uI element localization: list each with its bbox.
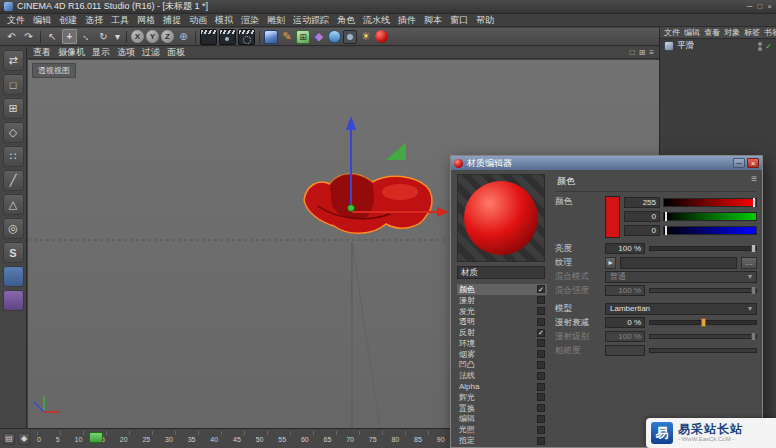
- live-selection-icon[interactable]: ↖: [45, 29, 60, 44]
- red-slider-handle[interactable]: [753, 198, 755, 207]
- om-menu-tags[interactable]: 标签: [743, 27, 761, 38]
- add-generator-button[interactable]: ⊞: [296, 30, 310, 44]
- channel-checkbox[interactable]: [537, 383, 545, 391]
- x-axis-lock-button[interactable]: X: [131, 30, 144, 43]
- points-mode-icon[interactable]: ∷: [3, 146, 24, 167]
- menu-item[interactable]: 窗口: [446, 13, 472, 28]
- menu-item[interactable]: 渲染: [237, 13, 263, 28]
- green-slider-handle[interactable]: [665, 212, 667, 221]
- menu-item[interactable]: 网格: [133, 13, 159, 28]
- channel-row[interactable]: 发光: [457, 306, 547, 317]
- menu-item[interactable]: 流水线: [359, 13, 394, 28]
- enable-snap-icon[interactable]: S: [3, 242, 24, 263]
- material-name-input[interactable]: 材质: [457, 266, 545, 279]
- texture-triangle-button[interactable]: ▸: [605, 257, 616, 269]
- viewport-menu-options[interactable]: 选项: [117, 46, 135, 59]
- menu-item[interactable]: 模拟: [211, 13, 237, 28]
- menu-item[interactable]: 角色: [333, 13, 359, 28]
- material-preview[interactable]: [457, 174, 545, 262]
- model-dropdown[interactable]: Lambertian ▾: [605, 303, 757, 315]
- channel-row[interactable]: 编辑: [457, 414, 547, 425]
- channel-checkbox[interactable]: [537, 404, 545, 412]
- viewport-options-icon[interactable]: ≡: [649, 48, 654, 57]
- channel-checkbox[interactable]: [537, 350, 545, 358]
- channel-row[interactable]: 指定: [457, 435, 547, 446]
- make-editable-icon[interactable]: ⇄: [3, 50, 24, 71]
- channel-checkbox[interactable]: [537, 339, 545, 347]
- channel-row[interactable]: 凹凸: [457, 360, 547, 371]
- object-origin-handle[interactable]: [348, 205, 355, 212]
- add-camera-button[interactable]: [343, 30, 357, 44]
- scale-tool-icon[interactable]: ↔: [79, 29, 94, 44]
- channel-checkbox[interactable]: ✓: [537, 329, 545, 337]
- blue-gradient-slider[interactable]: [663, 226, 757, 235]
- render-settings-button[interactable]: [238, 29, 255, 45]
- om-menu-file[interactable]: 文件: [663, 27, 681, 38]
- channel-checkbox[interactable]: [537, 296, 545, 304]
- green-gradient-slider[interactable]: [663, 212, 757, 221]
- viewport-menu-view[interactable]: 查看: [33, 46, 51, 59]
- channel-row[interactable]: 反射 ✓: [457, 327, 547, 338]
- last-tool-dropdown-icon[interactable]: ▾: [113, 29, 122, 44]
- blue-slider-handle[interactable]: [665, 226, 667, 235]
- viewport-solo-icon[interactable]: ◎: [3, 218, 24, 239]
- channel-checkbox[interactable]: [537, 372, 545, 380]
- menu-item[interactable]: 捕捉: [159, 13, 185, 28]
- timeline-film-icon[interactable]: ▤: [3, 433, 15, 445]
- viewport-menu-filter[interactable]: 过滤: [142, 46, 160, 59]
- menu-item[interactable]: 运动跟踪: [289, 13, 333, 28]
- channel-checkbox[interactable]: [537, 415, 545, 423]
- channel-checkbox[interactable]: [537, 393, 545, 401]
- timeline-key-icon[interactable]: ◆: [18, 433, 30, 445]
- viewport-grid-icon[interactable]: ⊞: [639, 48, 646, 57]
- menu-item[interactable]: 工具: [107, 13, 133, 28]
- viewport-menu-display[interactable]: 显示: [92, 46, 110, 59]
- channel-row[interactable]: 颜色 ✓: [457, 284, 547, 295]
- diffuse-falloff-knob[interactable]: [701, 318, 706, 327]
- channel-row[interactable]: 透明: [457, 316, 547, 327]
- menu-item[interactable]: 脚本: [420, 13, 446, 28]
- add-environment-button[interactable]: [328, 30, 341, 43]
- render-view-button[interactable]: [200, 29, 217, 45]
- channel-checkbox[interactable]: [537, 426, 545, 434]
- viewport-view-label[interactable]: 透视视图: [32, 63, 76, 78]
- maximize-icon[interactable]: □: [757, 2, 762, 11]
- add-spline-button[interactable]: ✎: [280, 30, 294, 44]
- viewport-menu-panel[interactable]: 面板: [167, 46, 185, 59]
- brightness-knob[interactable]: [751, 244, 756, 253]
- dialog-minimize-icon[interactable]: ─: [733, 158, 745, 168]
- om-menu-edit[interactable]: 编辑: [683, 27, 701, 38]
- quantize-icon[interactable]: [3, 290, 24, 311]
- dialog-close-icon[interactable]: ×: [747, 158, 759, 168]
- scene-object[interactable]: [304, 174, 432, 233]
- redo-icon[interactable]: ↷: [21, 29, 36, 44]
- channel-row[interactable]: 光照: [457, 424, 547, 435]
- z-axis-lock-button[interactable]: Z: [161, 30, 174, 43]
- add-deformer-button[interactable]: ◆: [312, 30, 326, 44]
- add-material-button[interactable]: [375, 30, 388, 43]
- channel-row[interactable]: 环境: [457, 338, 547, 349]
- object-row[interactable]: 平滑 ✓: [660, 39, 776, 53]
- green-value-field[interactable]: 0: [624, 211, 660, 222]
- add-light-button[interactable]: ☀: [359, 30, 373, 44]
- timeline-playhead[interactable]: [89, 432, 103, 443]
- enabled-check-icon[interactable]: ✓: [765, 42, 772, 51]
- channel-row[interactable]: Alpha: [457, 381, 547, 392]
- edges-mode-icon[interactable]: ╱: [3, 170, 24, 191]
- om-menu-view[interactable]: 查看: [703, 27, 721, 38]
- om-menu-objects[interactable]: 对象: [723, 27, 741, 38]
- menu-item[interactable]: 插件: [394, 13, 420, 28]
- texture-mode-icon[interactable]: ⊞: [3, 98, 24, 119]
- red-value-field[interactable]: 255: [624, 197, 660, 208]
- viewport-camera-icon[interactable]: □: [630, 48, 635, 57]
- channel-checkbox[interactable]: [537, 437, 545, 445]
- channel-row[interactable]: 法线: [457, 370, 547, 381]
- channel-row[interactable]: 烟雾: [457, 349, 547, 360]
- viewport-menu-cameras[interactable]: 摄像机: [58, 46, 85, 59]
- channel-checkbox[interactable]: ✓: [537, 285, 545, 293]
- texture-field[interactable]: [620, 257, 737, 269]
- diffuse-falloff-slider[interactable]: [649, 320, 757, 325]
- minimize-icon[interactable]: ─: [747, 2, 753, 11]
- render-picture-viewer-button[interactable]: [219, 29, 236, 45]
- menu-item[interactable]: 帮助: [472, 13, 498, 28]
